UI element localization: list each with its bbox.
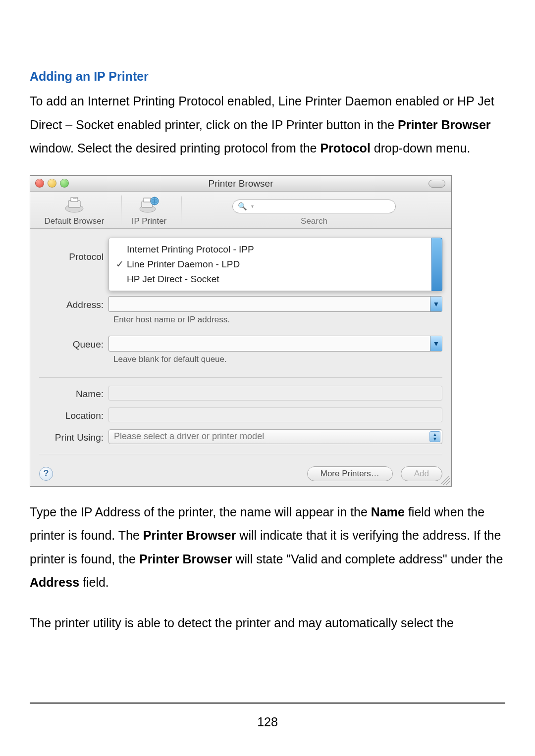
dropdown-cap-icon (431, 238, 442, 291)
window-toolbar: Default Browser IP Printer (30, 192, 451, 229)
text: will state "Valid and complete address" … (232, 552, 503, 566)
post-paragraph: Type the IP Address of the printer, the … (30, 501, 505, 595)
protocol-label: Protocol (39, 238, 108, 262)
zoom-icon[interactable] (60, 179, 69, 188)
toolbar-label: Default Browser (45, 216, 105, 226)
printer-browser-window: Printer Browser Default Browser (30, 175, 452, 487)
help-button[interactable]: ? (39, 467, 53, 481)
default-browser-button[interactable]: Default Browser (37, 196, 111, 226)
svg-rect-5 (144, 198, 151, 202)
separator (39, 454, 442, 454)
chevron-down-icon[interactable]: ▼ (430, 297, 442, 311)
bold-text: Name (371, 505, 405, 519)
bold-text: Printer Browser (139, 552, 232, 566)
address-input[interactable]: ▼ (108, 296, 442, 312)
search-icon: 🔍 (238, 202, 247, 211)
resize-grip-icon[interactable] (441, 476, 450, 485)
chevron-down-icon[interactable]: ▼ (430, 336, 442, 351)
location-label: Location: (39, 408, 108, 421)
footer-rule (30, 703, 505, 704)
name-label: Name: (39, 387, 108, 400)
queue-input[interactable]: ▼ (108, 336, 442, 352)
section-heading: Adding an IP Printer (30, 69, 505, 84)
button-label: More Printers… (321, 469, 379, 479)
add-button[interactable]: Add (401, 466, 442, 481)
toolbar-label: IP Printer (132, 216, 167, 226)
option-text: Internet Printing Protocol - IPP (127, 244, 254, 255)
ip-printer-button[interactable]: IP Printer (127, 196, 171, 226)
text: window. Select the desired printing prot… (30, 141, 320, 155)
printer-icon (61, 196, 87, 215)
close-icon[interactable] (35, 179, 44, 188)
protocol-option-lpd[interactable]: ✓Line Printer Daemon - LPD (116, 257, 435, 272)
select-placeholder: Please select a driver or printer model (114, 431, 264, 442)
separator (39, 377, 442, 378)
print-using-label: Print Using: (39, 430, 108, 443)
bold-text: Printer Browser (143, 528, 236, 542)
page-number: 128 (0, 715, 535, 729)
window-titlebar: Printer Browser (30, 176, 451, 192)
bold-text: Address (30, 575, 79, 589)
window-title: Printer Browser (209, 178, 273, 189)
protocol-dropdown[interactable]: Internet Printing Protocol - IPP ✓Line P… (108, 238, 442, 291)
window-footer: ? More Printers… Add (30, 459, 451, 486)
search-input[interactable]: 🔍▾ (232, 200, 396, 213)
bold-text: Printer Browser (398, 118, 491, 132)
button-label: Add (414, 469, 429, 479)
toolbar-label: Search (301, 216, 327, 226)
checkmark-icon: ✓ (116, 258, 127, 270)
text: field. (79, 575, 109, 589)
printer-globe-icon (136, 196, 162, 215)
protocol-option-ipp[interactable]: Internet Printing Protocol - IPP (116, 242, 435, 257)
print-using-select[interactable]: Please select a driver or printer model … (108, 429, 442, 444)
queue-label: Queue: (39, 337, 108, 350)
location-field[interactable] (108, 407, 442, 422)
option-text: HP Jet Direct - Socket (127, 274, 219, 285)
text: Type the IP Address of the printer, the … (30, 505, 371, 519)
bold-text: Protocol (320, 141, 370, 155)
chevron-down-icon: ▾ (251, 203, 254, 209)
intro-paragraph: To add an Internet Printing Protocol ena… (30, 90, 505, 160)
more-printers-button[interactable]: More Printers… (307, 466, 393, 481)
text: drop-down menu. (371, 141, 471, 155)
protocol-option-socket[interactable]: HP Jet Direct - Socket (116, 272, 435, 287)
name-field[interactable] (108, 386, 442, 401)
queue-hint: Leave blank for default queue. (113, 354, 442, 364)
minimize-icon[interactable] (48, 179, 56, 188)
toolbar-toggle-icon[interactable] (428, 180, 445, 188)
address-hint: Enter host name or IP address. (113, 315, 442, 325)
stepper-icon: ▲▼ (429, 431, 440, 442)
window-traffic-lights (35, 179, 69, 188)
trailing-paragraph: The printer utility is able to detect th… (30, 611, 505, 635)
window-body: Protocol Internet Printing Protocol - IP… (30, 229, 451, 459)
option-text: Line Printer Daemon - LPD (127, 259, 240, 270)
address-label: Address: (39, 298, 108, 310)
